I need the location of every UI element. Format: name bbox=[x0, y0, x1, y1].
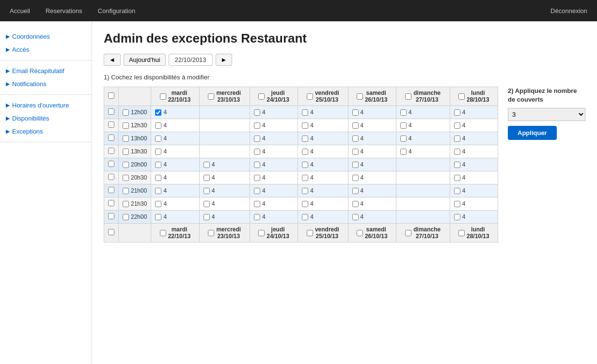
cell-checkbox-4-6[interactable] bbox=[454, 162, 460, 168]
time-row-checkbox-5[interactable] bbox=[123, 175, 129, 181]
cell-checkbox-4-4[interactable] bbox=[352, 162, 359, 168]
cell-checkbox-1-3[interactable] bbox=[302, 122, 308, 129]
nav-logout[interactable]: Déconnexion bbox=[549, 1, 589, 20]
nav-reservations[interactable]: Reservations bbox=[44, 1, 84, 20]
col-check-lundi[interactable] bbox=[458, 93, 465, 100]
cell-checkbox-8-4[interactable] bbox=[352, 214, 359, 220]
cell-checkbox-4-2[interactable] bbox=[254, 162, 260, 168]
select-all-rows-checkbox[interactable] bbox=[108, 92, 114, 99]
nav-configuration[interactable]: Configuration bbox=[96, 1, 137, 20]
cell-checkbox-3-6[interactable] bbox=[454, 149, 460, 155]
cell-checkbox-5-0[interactable] bbox=[155, 175, 161, 181]
apply-button[interactable]: Appliquer bbox=[508, 126, 557, 140]
select-all-rows-footer-checkbox[interactable] bbox=[108, 229, 114, 235]
sidebar-item-email-recapitulatif[interactable]: ▶ Email Récapitulatif bbox=[0, 64, 92, 77]
cell-checkbox-7-1[interactable] bbox=[204, 201, 210, 207]
cell-checkbox-1-4[interactable] bbox=[352, 122, 359, 129]
col-check-vendredi-foot[interactable] bbox=[307, 230, 313, 236]
row-checkbox-5[interactable] bbox=[108, 174, 114, 180]
cell-checkbox-5-1[interactable] bbox=[204, 175, 210, 181]
cell-checkbox-7-3[interactable] bbox=[302, 201, 308, 207]
prev-date-button[interactable]: ◄ bbox=[104, 54, 121, 66]
cell-checkbox-7-2[interactable] bbox=[254, 201, 260, 207]
col-check-vendredi[interactable] bbox=[307, 93, 313, 100]
cell-checkbox-6-3[interactable] bbox=[302, 188, 308, 194]
col-check-dimanche[interactable] bbox=[405, 93, 411, 100]
col-check-mercredi[interactable] bbox=[208, 93, 214, 100]
cell-checkbox-8-1[interactable] bbox=[204, 214, 210, 220]
cell-checkbox-1-2[interactable] bbox=[254, 122, 260, 129]
col-check-mardi-foot[interactable] bbox=[160, 230, 166, 236]
cell-checkbox-2-2[interactable] bbox=[254, 136, 260, 142]
cell-checkbox-0-5[interactable] bbox=[400, 109, 407, 116]
row-checkbox-0[interactable] bbox=[108, 108, 114, 115]
time-row-checkbox-0[interactable] bbox=[123, 109, 129, 116]
cell-checkbox-6-0[interactable] bbox=[155, 188, 161, 194]
row-checkbox-1[interactable] bbox=[108, 121, 114, 128]
cell-checkbox-3-0[interactable] bbox=[155, 149, 161, 155]
col-check-lundi-foot[interactable] bbox=[458, 230, 465, 236]
sidebar-item-acces[interactable]: ▶ Accès bbox=[0, 43, 92, 56]
time-row-checkbox-1[interactable] bbox=[123, 122, 129, 129]
sidebar-item-disponibilites[interactable]: ▶ Disponibilités bbox=[0, 112, 92, 125]
cell-checkbox-3-2[interactable] bbox=[254, 149, 260, 155]
cell-checkbox-0-6[interactable] bbox=[454, 109, 460, 116]
cell-checkbox-8-3[interactable] bbox=[302, 214, 308, 220]
cell-checkbox-5-2[interactable] bbox=[254, 175, 260, 181]
cell-checkbox-2-3[interactable] bbox=[302, 136, 308, 142]
row-checkbox-4[interactable] bbox=[108, 161, 114, 167]
time-row-checkbox-2[interactable] bbox=[123, 136, 129, 142]
today-button[interactable]: Aujourd'hui bbox=[124, 54, 166, 66]
cell-checkbox-5-6[interactable] bbox=[454, 175, 460, 181]
row-checkbox-3[interactable] bbox=[108, 148, 114, 154]
cell-checkbox-8-0[interactable] bbox=[155, 214, 161, 220]
cell-checkbox-8-6[interactable] bbox=[454, 214, 460, 220]
cell-checkbox-1-5[interactable] bbox=[400, 122, 407, 129]
cell-checkbox-7-0[interactable] bbox=[155, 201, 161, 207]
cell-checkbox-3-5[interactable] bbox=[400, 149, 407, 155]
col-check-mardi[interactable] bbox=[160, 93, 166, 100]
row-checkbox-2[interactable] bbox=[108, 135, 114, 141]
time-row-checkbox-3[interactable] bbox=[123, 149, 129, 155]
time-row-checkbox-4[interactable] bbox=[123, 162, 129, 168]
sidebar-item-exceptions[interactable]: ▶ Exceptions bbox=[0, 125, 92, 138]
row-checkbox-8[interactable] bbox=[108, 213, 114, 219]
col-check-samedi[interactable] bbox=[357, 93, 363, 100]
cell-checkbox-0-3[interactable] bbox=[302, 109, 308, 116]
col-check-samedi-foot[interactable] bbox=[357, 230, 363, 236]
time-row-checkbox-8[interactable] bbox=[123, 214, 129, 220]
cell-checkbox-4-0[interactable] bbox=[155, 162, 161, 168]
row-checkbox-6[interactable] bbox=[108, 187, 114, 193]
cell-checkbox-4-3[interactable] bbox=[302, 162, 308, 168]
cell-checkbox-2-0[interactable] bbox=[155, 136, 161, 142]
sidebar-item-horaires[interactable]: ▶ Horaires d'ouverture bbox=[0, 99, 92, 112]
sidebar-item-notifications[interactable]: ▶ Notifications bbox=[0, 77, 92, 91]
next-date-button[interactable]: ► bbox=[216, 54, 233, 66]
col-check-dimanche-foot[interactable] bbox=[405, 230, 411, 236]
cell-checkbox-2-6[interactable] bbox=[454, 136, 460, 142]
col-check-jeudi[interactable] bbox=[258, 93, 265, 100]
cell-checkbox-6-4[interactable] bbox=[352, 188, 359, 194]
cell-checkbox-6-1[interactable] bbox=[204, 188, 210, 194]
row-checkbox-7[interactable] bbox=[108, 200, 114, 206]
col-check-jeudi-foot[interactable] bbox=[258, 230, 265, 236]
cell-checkbox-4-1[interactable] bbox=[204, 162, 210, 168]
time-row-checkbox-7[interactable] bbox=[123, 201, 129, 207]
couverts-select[interactable]: 1 2 3 4 5 6 7 8 9 10 bbox=[508, 108, 585, 121]
cell-checkbox-2-5[interactable] bbox=[400, 136, 407, 142]
cell-checkbox-2-4[interactable] bbox=[352, 136, 359, 142]
cell-checkbox-0-2[interactable] bbox=[254, 109, 260, 116]
cell-checkbox-6-2[interactable] bbox=[254, 188, 260, 194]
cell-checkbox-1-6[interactable] bbox=[454, 122, 460, 129]
cell-checkbox-7-4[interactable] bbox=[352, 201, 359, 207]
cell-checkbox-1-0[interactable] bbox=[155, 122, 161, 129]
cell-checkbox-3-3[interactable] bbox=[302, 149, 308, 155]
sidebar-item-coordonnees[interactable]: ▶ Coordonnées bbox=[0, 30, 92, 43]
cell-checkbox-6-6[interactable] bbox=[454, 188, 460, 194]
cell-checkbox-3-4[interactable] bbox=[352, 149, 359, 155]
time-row-checkbox-6[interactable] bbox=[123, 188, 129, 194]
nav-accueil[interactable]: Accueil bbox=[8, 1, 32, 20]
cell-checkbox-0-0[interactable] bbox=[155, 109, 161, 116]
col-check-mercredi-foot[interactable] bbox=[208, 230, 214, 236]
cell-checkbox-0-4[interactable] bbox=[352, 109, 359, 116]
